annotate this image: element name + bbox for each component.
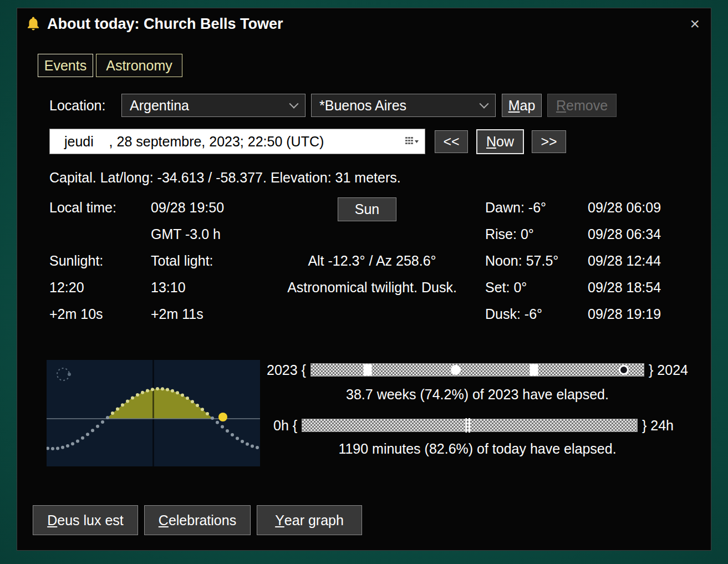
gmt-offset: GMT -3.0 h — [151, 225, 221, 243]
city-select[interactable]: *Buenos Aires — [311, 94, 496, 117]
year-start-label: 2023 { — [267, 362, 306, 378]
day-progress-bar — [302, 419, 638, 432]
sunlight-label: Sunlight: — [49, 251, 103, 270]
window-title: About today: Church Bells Tower — [47, 16, 283, 33]
day-progress-row: 0h { } 24h — [273, 417, 674, 434]
year-progress-row: 2023 { } 2024 — [267, 362, 688, 378]
dusk-time: 09/28 19:19 — [588, 304, 661, 323]
prev-button[interactable]: << — [435, 130, 468, 153]
dawn-time: 09/28 06:09 — [588, 198, 661, 217]
sun-button[interactable]: Sun — [338, 197, 396, 221]
dawn-label: Dawn: -6° — [485, 198, 546, 217]
noon-time: 09/28 12:44 — [588, 251, 661, 270]
country-select[interactable]: Argentina — [121, 94, 306, 117]
twilight-status: Astronomical twilight. Dusk. — [250, 278, 494, 297]
date-value: jeudi , 28 septembre, 2023; 22:50 (UTC) — [64, 134, 405, 150]
calendar-dropdown-icon[interactable] — [405, 136, 419, 147]
bell-icon — [25, 16, 42, 32]
rise-label: Rise: 0° — [485, 225, 534, 243]
city-value: *Buenos Aires — [319, 98, 406, 114]
chevron-down-icon — [289, 99, 299, 109]
country-value: Argentina — [130, 98, 189, 114]
local-time-value: 09/28 19:50 — [151, 198, 224, 217]
total-light-label: Total light: — [151, 251, 213, 270]
sunlight-value: 12:20 — [49, 278, 84, 297]
tab-astronomy[interactable]: Astronomy — [96, 54, 182, 77]
day-end-label: } 24h — [642, 418, 674, 434]
tab-events[interactable]: Events — [38, 54, 93, 77]
local-time-label: Local time: — [49, 198, 116, 217]
about-today-window: About today: Church Bells Tower × Events… — [17, 8, 711, 551]
total-light-delta: +2m 11s — [151, 304, 203, 323]
alt-az-value: Alt -12.3° / Az 258.6° — [250, 251, 494, 270]
noon-label: Noon: 57.5° — [485, 251, 558, 270]
dusk-label: Dusk: -6° — [485, 304, 542, 323]
sunlight-delta: +2m 10s — [49, 304, 103, 323]
year-progress-caption: 38.7 weeks (74.2%) of 2023 have elapsed. — [267, 387, 688, 403]
total-light-value: 13:10 — [151, 278, 186, 297]
capital-line: Capital. Lat/long: -34.613 / -58.377. El… — [49, 168, 401, 187]
sun-altitude-graph — [47, 360, 260, 466]
next-button[interactable]: >> — [532, 130, 566, 153]
day-start-label: 0h { — [273, 418, 297, 434]
date-input[interactable]: jeudi , 28 septembre, 2023; 22:50 (UTC) — [49, 129, 425, 154]
chevron-down-icon — [480, 99, 489, 109]
titlebar: About today: Church Bells Tower × — [17, 8, 711, 39]
set-time: 09/28 18:54 — [588, 278, 661, 297]
deus-lux-est-button[interactable]: Deus lux est — [33, 505, 138, 535]
year-end-label: } 2024 — [649, 362, 688, 378]
rise-time: 09/28 06:34 — [588, 225, 661, 243]
set-label: Set: 0° — [485, 278, 527, 297]
year-progress-bar — [310, 363, 644, 377]
year-graph-button[interactable]: Year graph — [257, 505, 362, 535]
location-label: Location: — [49, 96, 105, 115]
close-icon[interactable]: × — [686, 16, 703, 32]
map-button[interactable]: Map — [502, 94, 542, 117]
remove-button[interactable]: Remove — [547, 94, 617, 117]
celebrations-button[interactable]: Celebrations — [144, 505, 251, 535]
now-button[interactable]: Now — [476, 129, 524, 154]
day-progress-caption: 1190 minutes (82.6%) of today have elaps… — [267, 441, 688, 457]
